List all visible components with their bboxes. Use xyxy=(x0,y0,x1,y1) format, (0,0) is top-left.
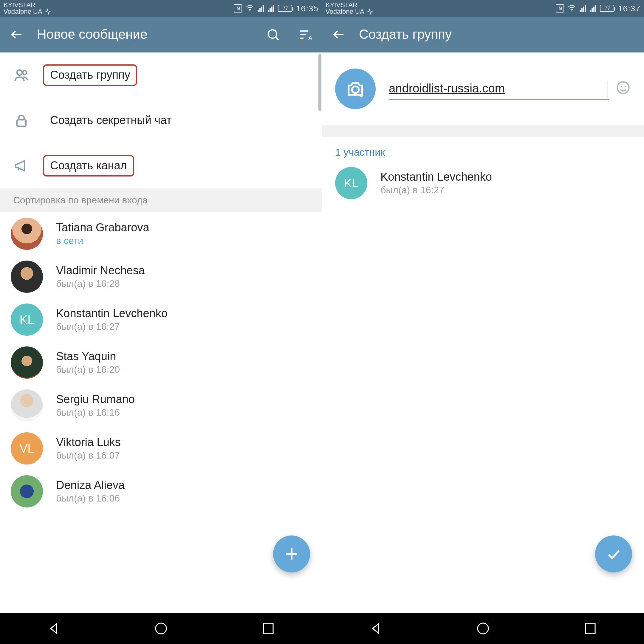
signal-activity-icon xyxy=(367,8,373,15)
content-area: androidlist-russia.com 1 участник KLKons… xyxy=(322,52,644,613)
nav-recents-button[interactable] xyxy=(261,621,275,636)
status-bar: KYIVSTAR Vodafone UA N 77 16:37 xyxy=(322,0,644,17)
group-photo-button[interactable] xyxy=(335,69,376,109)
avatar xyxy=(11,261,43,293)
group-name-input[interactable]: androidlist-russia.com xyxy=(389,78,609,100)
circle-home-icon xyxy=(476,621,490,636)
contact-status: в сети xyxy=(56,236,149,246)
system-nav-bar xyxy=(0,613,322,644)
carrier-1: KYIVSTAR xyxy=(326,2,373,8)
app-bar: Новое сообщение A xyxy=(0,17,322,52)
signal-activity-icon xyxy=(45,8,51,15)
contact-status: был(а) в 16:06 xyxy=(56,493,125,504)
status-time: 16:35 xyxy=(296,4,318,13)
svg-rect-7 xyxy=(264,624,273,633)
carrier-2: Vodafone UA xyxy=(4,8,42,15)
action-label: Создать группу xyxy=(43,64,137,86)
svg-point-3 xyxy=(17,70,22,75)
status-bar: KYIVSTAR Vodafone UA N 77 16:35 xyxy=(0,0,322,17)
action-label: Создать канал xyxy=(43,155,134,177)
nfc-icon: N xyxy=(234,4,242,13)
screen-new-message: KYIVSTAR Vodafone UA N 77 16:35 Новое со… xyxy=(0,0,322,644)
plus-icon xyxy=(283,546,300,562)
screen-create-group: KYIVSTAR Vodafone UA N 77 16:37 Создать … xyxy=(322,0,644,644)
nav-home-button[interactable] xyxy=(476,621,490,636)
wifi-icon xyxy=(568,4,576,13)
action-create-group[interactable]: Создать группу xyxy=(0,52,322,98)
svg-point-1 xyxy=(268,30,277,38)
contact-name: Viktoria Luks xyxy=(56,436,121,449)
contact-row[interactable]: KLKonstantin Levchenkoбыл(а) в 16:27 xyxy=(0,298,322,341)
contact-row[interactable]: Stas Yaquinбыл(а) в 16:20 xyxy=(0,341,322,384)
avatar: KL xyxy=(335,167,367,199)
camera-plus-icon xyxy=(345,79,366,99)
contact-row[interactable]: Deniza Alievaбыл(а) в 16:06 xyxy=(0,470,322,513)
action-create-secret-chat[interactable]: Создать секретный чат xyxy=(0,98,322,143)
svg-rect-14 xyxy=(586,624,595,633)
nav-home-button[interactable] xyxy=(154,621,168,636)
page-title: Создать группу xyxy=(359,27,639,42)
members-count-label: 1 участник xyxy=(322,137,644,161)
nav-recents-button[interactable] xyxy=(583,621,597,636)
fab-next-button[interactable] xyxy=(273,535,310,572)
svg-rect-5 xyxy=(17,120,26,126)
svg-point-12 xyxy=(624,86,626,87)
square-recents-icon xyxy=(261,621,275,636)
avatar xyxy=(11,346,43,379)
back-button[interactable] xyxy=(5,23,29,47)
avatar: KL xyxy=(11,304,43,336)
battery-icon: 77 xyxy=(600,5,614,12)
app-bar: Создать группу xyxy=(322,17,644,52)
action-create-channel[interactable]: Создать канал xyxy=(0,143,322,188)
sort-alpha-icon: A xyxy=(298,27,312,42)
contact-row[interactable]: VLViktoria Luksбыл(а) в 16:07 xyxy=(0,427,322,470)
signal-bars-icon xyxy=(268,5,275,12)
avatar xyxy=(11,389,43,422)
page-title: Новое сообщение xyxy=(37,27,253,42)
lock-icon xyxy=(13,113,30,128)
contact-status: был(а) в 16:27 xyxy=(56,321,168,332)
svg-point-11 xyxy=(620,86,622,87)
arrow-left-icon xyxy=(10,27,24,42)
contact-row[interactable]: Tatiana Grabarovaв сети xyxy=(0,212,322,255)
contact-name: Tatiana Grabarova xyxy=(56,221,149,234)
contact-status: был(а) в 16:28 xyxy=(56,278,145,289)
signal-bars-icon xyxy=(258,5,264,12)
text-cursor xyxy=(608,81,608,97)
check-icon xyxy=(605,546,622,562)
search-button[interactable] xyxy=(261,23,285,47)
group-name-section: androidlist-russia.com xyxy=(322,52,644,125)
nav-back-button[interactable] xyxy=(369,621,383,636)
svg-text:A: A xyxy=(308,35,312,41)
svg-point-13 xyxy=(478,623,488,634)
wifi-icon xyxy=(246,4,254,13)
contact-row[interactable]: Vladimir Nechesaбыл(а) в 16:28 xyxy=(0,255,322,298)
signal-bars-icon xyxy=(590,5,597,12)
triangle-back-icon xyxy=(369,621,383,636)
action-label: Создать секретный чат xyxy=(50,114,172,127)
contact-status: был(а) в 16:07 xyxy=(56,450,121,461)
nav-back-button[interactable] xyxy=(47,621,61,636)
fab-confirm-button[interactable] xyxy=(595,535,632,572)
carrier-2: Vodafone UA xyxy=(326,8,364,15)
contact-status: был(а) в 16:16 xyxy=(56,407,135,418)
svg-point-0 xyxy=(250,10,251,11)
svg-point-6 xyxy=(156,623,166,634)
svg-point-8 xyxy=(572,10,573,11)
megaphone-icon xyxy=(13,158,30,174)
svg-point-4 xyxy=(23,71,27,75)
circle-home-icon xyxy=(154,621,168,636)
battery-icon: 77 xyxy=(278,5,292,12)
group-icon xyxy=(13,67,30,83)
avatar: VL xyxy=(11,432,43,465)
member-row[interactable]: KLKonstantin Levchenkoбыл(а) в 16:27 xyxy=(322,161,644,205)
section-divider xyxy=(322,125,644,137)
search-icon xyxy=(266,27,280,42)
emoji-button[interactable] xyxy=(615,80,631,98)
status-time: 16:37 xyxy=(618,4,640,13)
contact-row[interactable]: Sergiu Rumanoбыл(а) в 16:16 xyxy=(0,384,322,427)
sort-button[interactable]: A xyxy=(293,23,317,47)
svg-point-9 xyxy=(352,86,359,93)
back-button[interactable] xyxy=(327,23,351,47)
sort-header: Сортировка по времени входа xyxy=(0,188,322,212)
